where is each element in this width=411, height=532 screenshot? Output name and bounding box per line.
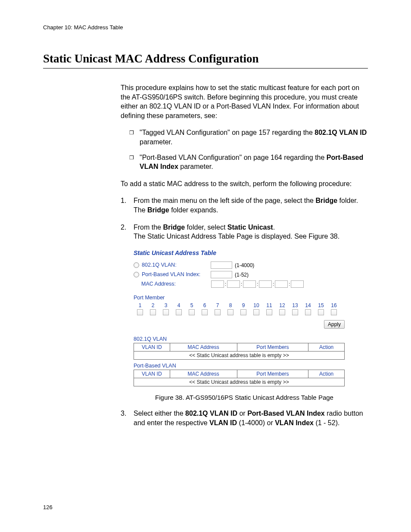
port-num: 12 (276, 302, 289, 309)
radio-port-based-vlan[interactable] (134, 272, 139, 277)
port-checkbox-1[interactable] (137, 309, 143, 315)
port-based-vlan-row: Port-Based VLAN Index: (1-52) (134, 270, 349, 280)
step-number: 3. (121, 409, 134, 418)
port-num: 6 (198, 302, 211, 309)
port-num: 14 (302, 302, 314, 309)
mac-octet-5[interactable] (275, 280, 288, 288)
port-checkbox-3[interactable] (163, 309, 169, 315)
port-checkbox-16[interactable] (331, 309, 337, 315)
th-port-members: Port Members (237, 370, 308, 378)
bullet-pre: "Tagged VLAN Configuration" on page 157 … (140, 129, 314, 136)
mac-address-row: MAC Address: : : : : : (134, 280, 349, 289)
text-run: or (237, 410, 247, 417)
mac-octet-6[interactable] (291, 280, 304, 288)
port-member-table: 1 2 3 4 5 6 7 8 9 10 11 12 13 14 (134, 302, 349, 317)
bullet-item: ❒ "Port-Based VLAN Configuration" on pag… (129, 153, 368, 171)
port-num: 1 (134, 302, 146, 309)
text-run: (1 - 52). (314, 419, 339, 426)
port-num: 10 (250, 302, 263, 309)
mac-octet-2[interactable] (227, 280, 240, 288)
port-num: 2 (146, 302, 159, 309)
pbv-table: VLAN ID MAC Address Port Members Action … (134, 370, 345, 386)
port-checkbox-10[interactable] (253, 309, 259, 315)
text-run: folder, select (185, 224, 227, 231)
port-num: 5 (185, 302, 198, 309)
port-num: 13 (289, 302, 302, 309)
colon-icon: : (225, 281, 226, 287)
bullet-marker-icon: ❒ (129, 128, 140, 137)
bullet-text: "Tagged VLAN Configuration" on page 157 … (140, 128, 368, 146)
text-bold: VLAN Index (275, 419, 314, 426)
vlan-1q-label: 802.1Q VLAN: (142, 261, 211, 269)
th-port-members: Port Members (237, 343, 308, 351)
text-run: From the (134, 224, 163, 231)
mac-label: MAC Address: (141, 280, 210, 288)
port-checkbox-9[interactable] (240, 309, 246, 315)
port-checkbox-5[interactable] (189, 309, 195, 315)
port-checkbox-6[interactable] (202, 309, 208, 315)
step-1: 1. From the main menu on the left side o… (121, 196, 368, 215)
port-checkbox-15[interactable] (318, 309, 324, 315)
th-action: Action (308, 343, 345, 351)
port-checkbox-7[interactable] (215, 309, 221, 315)
th-vlanid: VLAN ID (134, 343, 170, 351)
port-checkbox-2[interactable] (150, 309, 156, 315)
vlan-1q-range: (1-4000) (235, 262, 254, 269)
pbv-label: Port-Based VLAN Index: (142, 271, 211, 278)
port-num: 9 (237, 302, 250, 309)
colon-icon: : (289, 281, 290, 287)
empty-row: << Static Unicast address table is empty… (134, 351, 345, 359)
panel-title: Static Unicast Address Table (134, 249, 349, 257)
port-checkbox-4[interactable] (176, 309, 182, 315)
apply-button[interactable]: Apply (324, 320, 345, 329)
pbv-input[interactable] (211, 271, 232, 278)
text-run: . (273, 224, 275, 231)
step-2: 2. From the Bridge folder, select Static… (121, 223, 368, 241)
text-run: folder expands. (169, 206, 218, 214)
port-checkbox-13[interactable] (292, 309, 298, 315)
lead-paragraph: To add a static MAC address to the switc… (121, 179, 368, 189)
th-mac: MAC Address (170, 370, 237, 378)
port-checkbox-11[interactable] (266, 309, 272, 315)
figure-caption: Figure 38. AT-GS950/16PS Static Unicast … (121, 393, 368, 402)
port-num: 3 (159, 302, 172, 309)
port-num: 11 (263, 302, 276, 309)
port-checkbox-8[interactable] (227, 309, 234, 315)
figure-38: Static Unicast Address Table 802.1Q VLAN… (134, 249, 368, 402)
step-text: From the main menu on the left side of t… (134, 196, 368, 215)
vlan-1q-input[interactable] (211, 261, 232, 269)
page-title: Static Unicast MAC Address Configuration (43, 52, 368, 65)
text-run: (1-4000) or (237, 419, 275, 426)
section-802-1q-vlan: 802.1Q VLAN (134, 336, 349, 343)
text-bold: Port-Based VLAN Index (247, 410, 325, 417)
static-unicast-panel: Static Unicast Address Table 802.1Q VLAN… (134, 249, 349, 387)
bullet-bold: 802.1Q VLAN ID (314, 129, 367, 136)
port-num: 7 (211, 302, 224, 309)
title-rule (43, 68, 368, 68)
port-checkbox-12[interactable] (279, 309, 285, 315)
empty-row: << Static Unicast address table is empty… (134, 378, 345, 386)
chapter-header: Chapter 10: MAC Address Table (43, 24, 368, 31)
th-vlanid: VLAN ID (134, 370, 170, 378)
step-3: 3. Select either the 802.1Q VLAN ID or P… (121, 409, 368, 427)
port-checkbox-14[interactable] (305, 309, 311, 315)
page-number: 126 (43, 504, 53, 510)
port-num: 16 (327, 302, 340, 309)
text-bold: VLAN ID (209, 419, 237, 426)
mac-octet-3[interactable] (243, 280, 256, 288)
port-num: 8 (224, 302, 237, 309)
mac-octet-1[interactable] (211, 280, 224, 288)
step-number: 1. (121, 196, 134, 205)
text-bold: Bridge (147, 206, 169, 214)
port-checkbox-row (134, 309, 349, 317)
radio-802-1q-vlan[interactable] (134, 262, 139, 268)
port-num: 4 (172, 302, 185, 309)
text-run: folder. (337, 197, 358, 204)
colon-icon: : (257, 281, 258, 287)
step-text: Select either the 802.1Q VLAN ID or Port… (134, 409, 368, 427)
intro-paragraph: This procedure explains how to set the s… (121, 83, 368, 120)
text-bold: 802.1Q VLAN ID (185, 410, 237, 417)
colon-icon: : (273, 281, 274, 287)
mac-octet-4[interactable] (259, 280, 272, 288)
vlan-1q-table: VLAN ID MAC Address Port Members Action … (134, 343, 345, 360)
